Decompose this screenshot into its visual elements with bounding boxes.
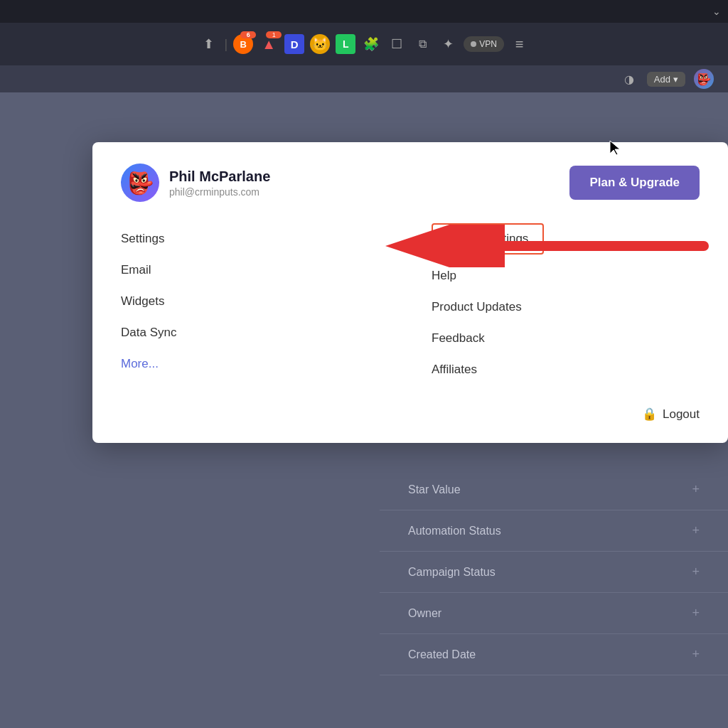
- help-menu-item[interactable]: Help: [432, 260, 700, 291]
- sidebar-toggle-icon[interactable]: ⧉: [412, 34, 432, 54]
- chevron-down-icon[interactable]: ⌄: [712, 6, 721, 17]
- share-icon[interactable]: ⬆: [198, 34, 218, 54]
- avatar: 👺: [121, 164, 159, 202]
- logout-label: Logout: [663, 407, 700, 422]
- add-label: Add: [654, 74, 670, 85]
- add-filter-icon[interactable]: +: [692, 523, 700, 538]
- separator: |: [224, 37, 228, 52]
- user-avatar-nav[interactable]: 👺: [694, 69, 714, 89]
- lasso-icon[interactable]: L: [336, 34, 355, 54]
- tamper-icon[interactable]: 🐱: [310, 34, 330, 54]
- lock-icon: 🔒: [642, 407, 657, 422]
- browser-top-bar: ⌄: [0, 0, 728, 23]
- add-filter-icon[interactable]: +: [692, 482, 700, 497]
- moon-icon[interactable]: ◑: [620, 70, 638, 88]
- list-item-label: Star Value: [408, 483, 461, 496]
- vpn-label: VPN: [479, 39, 497, 49]
- puzzle-icon[interactable]: 🧩: [361, 34, 381, 54]
- browser-nav: ◑ Add ▾ 👺: [0, 65, 728, 92]
- avatar-image: 👺: [121, 164, 159, 202]
- list-item[interactable]: Campaign Status +: [380, 552, 728, 593]
- user-dropdown-menu: 👺 Phil McParlane phil@crminputs.com Plan…: [92, 142, 728, 443]
- settings-menu-item[interactable]: Settings: [121, 223, 389, 255]
- dropdown-left-menu: Settings Email Widgets Data Sync More...: [121, 223, 410, 385]
- split-icon[interactable]: ☐: [387, 34, 407, 54]
- user-name: Phil McParlane: [169, 168, 270, 185]
- list-item[interactable]: Owner +: [380, 593, 728, 634]
- dropdown-footer: 🔒 Logout: [121, 400, 700, 422]
- data-sync-menu-item[interactable]: Data Sync: [121, 317, 389, 348]
- user-details: Phil McParlane phil@crminputs.com: [169, 168, 270, 198]
- admin-settings-menu-item[interactable]: Admin Settings: [432, 223, 544, 255]
- list-item[interactable]: Automation Status +: [380, 510, 728, 552]
- list-item[interactable]: Created Date +: [380, 634, 728, 675]
- dropdown-header: 👺 Phil McParlane phil@crminputs.com Plan…: [121, 164, 700, 202]
- affiliates-menu-item[interactable]: Affiliates: [432, 354, 700, 385]
- add-filter-icon[interactable]: +: [692, 606, 700, 621]
- more-link[interactable]: More...: [121, 348, 389, 380]
- list-item[interactable]: Star Value +: [380, 469, 728, 510]
- filter-list: Star Value + Automation Status + Campaig…: [380, 469, 728, 675]
- plan-upgrade-button[interactable]: Plan & Upgrade: [569, 166, 700, 200]
- star-icon[interactable]: ✦: [438, 34, 458, 54]
- user-info: 👺 Phil McParlane phil@crminputs.com: [121, 164, 270, 202]
- email-menu-item[interactable]: Email: [121, 255, 389, 286]
- add-chevron-icon: ▾: [673, 74, 678, 85]
- dropdown-right-menu: Admin Settings Help Product Updates Feed…: [410, 223, 700, 385]
- feedback-menu-item[interactable]: Feedback: [432, 323, 700, 354]
- list-item-label: Campaign Status: [408, 566, 496, 579]
- vpn-button[interactable]: VPN: [464, 36, 504, 52]
- user-email: phil@crminputs.com: [169, 186, 270, 198]
- dropdown-body: Settings Email Widgets Data Sync More...…: [121, 223, 700, 385]
- list-item-label: Automation Status: [408, 525, 501, 537]
- browser-menu-icon[interactable]: ≡: [510, 33, 530, 55]
- widgets-menu-item[interactable]: Widgets: [121, 286, 389, 317]
- add-button[interactable]: Add ▾: [647, 72, 685, 87]
- product-updates-menu-item[interactable]: Product Updates: [432, 291, 700, 323]
- browser-toolbar: ⬆ | B ▲ D 🐱 L 🧩 ☐ ⧉ ✦ VPN ≡: [0, 23, 728, 65]
- add-filter-icon[interactable]: +: [692, 647, 700, 662]
- list-item-label: Owner: [408, 607, 441, 620]
- dict-icon[interactable]: D: [284, 34, 304, 54]
- add-filter-icon[interactable]: +: [692, 564, 700, 579]
- left-mask: [0, 92, 92, 728]
- list-item-label: Created Date: [408, 648, 476, 661]
- browser-chrome: ⌄ ⬆ | B ▲ D 🐱 L 🧩 ☐ ⧉ ✦ VPN ≡ ◑ Add ▾ 👺: [0, 0, 728, 92]
- brave-icon[interactable]: B: [233, 34, 253, 54]
- logout-button[interactable]: 🔒 Logout: [642, 407, 700, 422]
- vpn-dot-icon: [471, 41, 476, 47]
- alert-icon[interactable]: ▲: [259, 34, 279, 54]
